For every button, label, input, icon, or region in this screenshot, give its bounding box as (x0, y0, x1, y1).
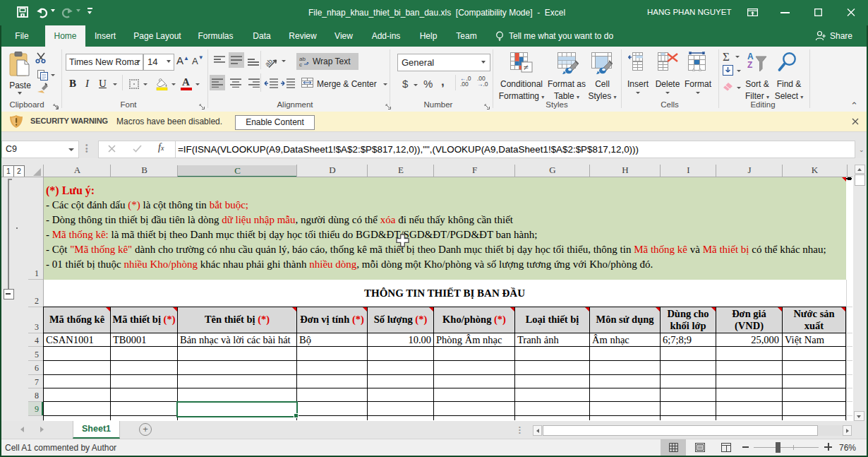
svg-text:c: c (299, 61, 302, 67)
svg-text:Z: Z (747, 60, 752, 70)
svg-text:≠: ≠ (524, 62, 529, 73)
